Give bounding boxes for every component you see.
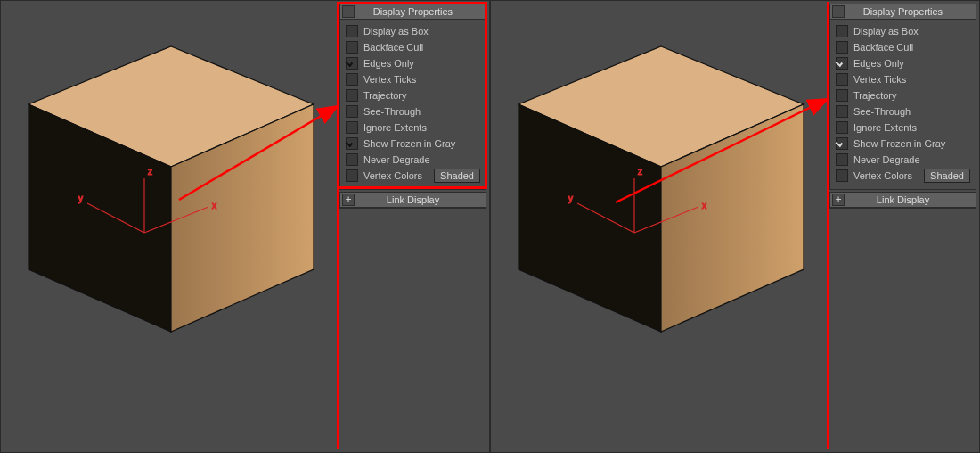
checkbox-icon[interactable] xyxy=(346,89,358,102)
rollout-body-display-properties: Display as Box Backface Cull Edges Only … xyxy=(830,20,976,189)
checkbox-display-as-box[interactable]: Display as Box xyxy=(346,23,480,39)
checkbox-ignore-extents[interactable]: Ignore Extents xyxy=(836,119,970,136)
rollout-title-display-properties: Display Properties xyxy=(373,6,453,17)
checkbox-show-frozen-gray[interactable]: Show Frozen in Gray xyxy=(836,136,970,152)
checkbox-trajectory[interactable]: Trajectory xyxy=(836,87,970,103)
checkbox-vertex-ticks[interactable]: Vertex Ticks xyxy=(836,71,970,87)
rollout-toggle-display-properties[interactable]: - xyxy=(832,5,845,18)
rollout-toggle-link-display[interactable]: + xyxy=(832,194,845,206)
axis-x-label: x xyxy=(702,201,706,210)
rollout-display-properties: - Display Properties Display as Box Back… xyxy=(829,4,976,190)
checkbox-icon[interactable] xyxy=(346,105,358,118)
rollout-header-link-display[interactable]: + Link Display xyxy=(830,193,976,208)
axis-x-label: x xyxy=(212,201,216,210)
checkbox-icon[interactable] xyxy=(346,137,358,150)
checkbox-icon[interactable] xyxy=(836,89,848,102)
checkbox-icon[interactable] xyxy=(346,169,358,182)
checkbox-icon[interactable] xyxy=(346,25,358,37)
checkbox-icon[interactable] xyxy=(346,73,358,86)
rollout-toggle-display-properties[interactable]: - xyxy=(342,5,355,18)
checkbox-icon[interactable] xyxy=(836,105,848,118)
right-variant: x y z - Display Properties Display as Bo… xyxy=(490,0,980,453)
checkbox-icon[interactable] xyxy=(346,57,358,70)
vertex-colors-shaded-button[interactable]: Shaded xyxy=(924,169,970,183)
rollout-header-display-properties[interactable]: - Display Properties xyxy=(340,4,486,20)
rollout-title-link-display: Link Display xyxy=(387,194,439,205)
panel-column-right: - Display Properties Display as Box Back… xyxy=(828,2,978,451)
checkbox-edges-only[interactable]: Edges Only xyxy=(836,55,970,71)
viewport-right[interactable]: x y z xyxy=(492,2,827,449)
cube-3d-object[interactable]: x y z xyxy=(2,37,337,376)
axis-z-label: z xyxy=(638,167,642,177)
checkbox-icon[interactable] xyxy=(346,41,358,54)
checkbox-vertex-ticks[interactable]: Vertex Ticks xyxy=(346,71,480,87)
checkbox-icon[interactable] xyxy=(836,73,848,86)
checkbox-edges-only[interactable]: Edges Only xyxy=(346,55,480,71)
checkbox-icon[interactable] xyxy=(836,137,848,150)
checkbox-never-degrade[interactable]: Never Degrade xyxy=(836,152,970,168)
checkbox-never-degrade[interactable]: Never Degrade xyxy=(346,152,480,168)
checkbox-backface-cull[interactable]: Backface Cull xyxy=(346,39,480,55)
vertex-colors-shaded-button[interactable]: Shaded xyxy=(434,169,480,183)
viewport-left[interactable]: x y z xyxy=(2,2,337,449)
checkbox-icon[interactable] xyxy=(346,153,358,166)
checkbox-icon[interactable] xyxy=(836,57,848,70)
checkbox-vertex-colors[interactable]: Vertex ColorsShaded xyxy=(346,168,480,184)
cube-3d-object[interactable]: x y z xyxy=(492,37,827,376)
axis-y-label: y xyxy=(78,194,83,203)
panel-column-left: - Display Properties Display as Box Back… xyxy=(338,2,488,451)
checkbox-backface-cull[interactable]: Backface Cull xyxy=(836,39,970,55)
checkbox-vertex-colors[interactable]: Vertex ColorsShaded xyxy=(836,168,970,184)
comparison-stage: x y z - Display Properties Display as Bo… xyxy=(0,0,980,453)
checkbox-see-through[interactable]: See-Through xyxy=(346,103,480,119)
rollout-toggle-link-display[interactable]: + xyxy=(342,194,355,206)
checkbox-icon[interactable] xyxy=(836,41,848,54)
checkbox-icon[interactable] xyxy=(346,121,358,134)
rollout-link-display: + Link Display xyxy=(829,192,976,209)
checkbox-display-as-box[interactable]: Display as Box xyxy=(836,23,970,39)
checkbox-icon[interactable] xyxy=(836,121,848,134)
checkbox-trajectory[interactable]: Trajectory xyxy=(346,87,480,103)
left-variant: x y z - Display Properties Display as Bo… xyxy=(0,0,490,453)
rollout-link-display: + Link Display xyxy=(339,192,486,209)
checkbox-icon[interactable] xyxy=(836,153,848,166)
rollout-header-link-display[interactable]: + Link Display xyxy=(340,193,486,208)
rollout-title-link-display: Link Display xyxy=(877,194,929,205)
checkbox-icon[interactable] xyxy=(836,25,848,37)
axis-y-label: y xyxy=(568,194,573,203)
rollout-body-display-properties: Display as Box Backface Cull Edges Only … xyxy=(340,20,486,189)
checkbox-show-frozen-gray[interactable]: Show Frozen in Gray xyxy=(346,136,480,152)
checkbox-icon[interactable] xyxy=(836,169,848,182)
checkbox-see-through[interactable]: See-Through xyxy=(836,103,970,119)
rollout-title-display-properties: Display Properties xyxy=(863,6,943,17)
rollout-display-properties: - Display Properties Display as Box Back… xyxy=(339,4,486,190)
axis-z-label: z xyxy=(148,167,152,177)
checkbox-ignore-extents[interactable]: Ignore Extents xyxy=(346,119,480,136)
rollout-header-display-properties[interactable]: - Display Properties xyxy=(830,4,976,20)
